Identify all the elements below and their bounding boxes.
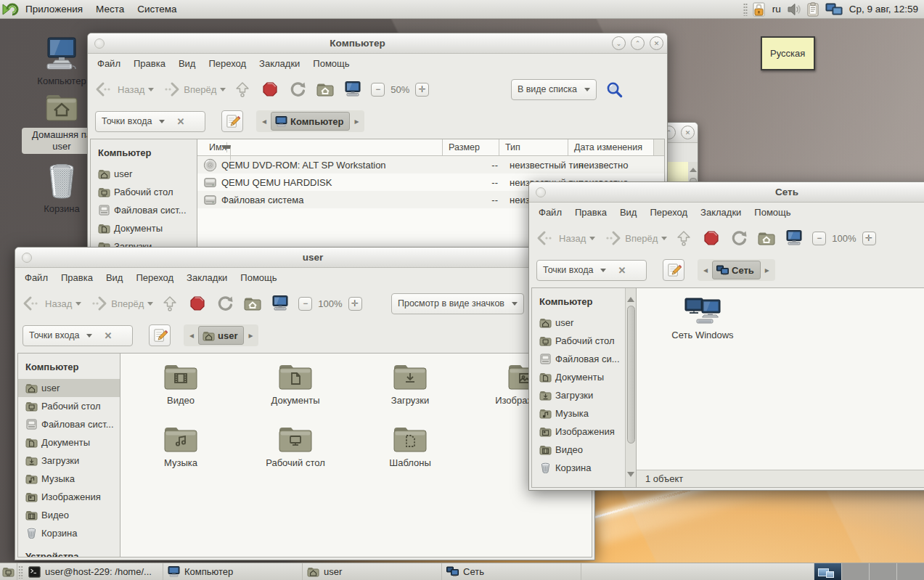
menu-item[interactable]: Вид (172, 54, 203, 73)
zoom-in-button[interactable]: ✛ (348, 297, 362, 311)
sidebar-item[interactable]: user (18, 379, 120, 397)
clock[interactable]: Ср, 9 авг, 12:59 (849, 4, 918, 15)
reload-button[interactable] (216, 294, 234, 313)
file-icon-item[interactable]: Видео (123, 361, 238, 423)
menu-item[interactable]: Файл (532, 203, 568, 221)
sidebar-item[interactable]: Видео (18, 506, 120, 524)
sidebar-item[interactable]: Музыка (532, 404, 625, 422)
sidebar-item[interactable]: Файловая си... (532, 350, 625, 368)
menu-item[interactable]: Помощь (306, 54, 356, 73)
zoom-in-button[interactable]: ✛ (415, 83, 429, 97)
menu-item[interactable]: Помощь (748, 203, 797, 221)
file-icon-item[interactable]: Рабочий стол (238, 423, 353, 486)
view-mode-select[interactable]: Просмотр в виде значков (391, 293, 524, 314)
menu-item[interactable]: Помощь (234, 269, 283, 287)
titlebar[interactable]: Компьютер ⌄ ⌃ ✕ (88, 33, 667, 54)
minimize-button[interactable]: ⌄ (612, 36, 626, 50)
search-button[interactable] (605, 81, 624, 99)
taskbar-window-button[interactable]: user@host-229: /home/... (24, 563, 163, 580)
places-select[interactable]: Точки входа✕ (95, 111, 205, 132)
file-icon-item[interactable]: Документы (238, 361, 353, 423)
zoom-out-button[interactable]: − (371, 83, 385, 97)
menu-logo[interactable] (1, 1, 19, 17)
keyboard-layout-label[interactable]: ru (772, 4, 781, 15)
forward-button[interactable]: Вперёд (89, 295, 153, 312)
breadcrumb-current[interactable]: user (198, 326, 244, 345)
crumb-right-arrow[interactable]: ▸ (350, 112, 363, 131)
menu-item[interactable]: Файл (18, 269, 54, 287)
edit-location-button[interactable] (221, 110, 243, 132)
keyboard-indicator-icon[interactable] (751, 1, 767, 17)
home-button[interactable] (316, 80, 335, 99)
sidebar-item[interactable]: Корзина (532, 459, 625, 477)
up-button[interactable] (674, 229, 693, 248)
zoom-out-button[interactable]: − (812, 232, 826, 245)
forward-button[interactable]: Вперёд (602, 229, 667, 247)
stop-button[interactable] (702, 229, 721, 248)
up-button[interactable] (160, 294, 179, 313)
menu-item[interactable]: Правка (54, 269, 99, 287)
sidebar-item[interactable]: user (91, 165, 197, 183)
titlebar[interactable]: Сеть (529, 182, 924, 203)
menu-applications[interactable]: Приложения (19, 0, 89, 18)
back-button[interactable]: Назад (536, 229, 595, 247)
crumb-right-arrow[interactable]: ▸ (244, 326, 257, 345)
sidebar-item[interactable]: Рабочий стол (18, 397, 120, 415)
network-icon[interactable] (825, 1, 843, 17)
menu-item[interactable]: Файл (91, 54, 127, 73)
file-icon-item[interactable]: Сеть Windows (645, 295, 760, 358)
workspace-cell[interactable] (814, 563, 841, 580)
menu-item[interactable]: Закладки (694, 203, 748, 221)
sidebar-item[interactable]: Файловая сист... (18, 415, 120, 433)
crumb-left-arrow[interactable]: ◂ (699, 261, 712, 279)
show-desktop-button[interactable] (0, 563, 17, 580)
file-row[interactable]: QEMU DVD-ROM: ALT SP Workstation--неизве… (197, 156, 664, 173)
file-icon-item[interactable]: Музыка (123, 423, 238, 486)
menu-item[interactable]: Переход (202, 54, 253, 73)
column-date[interactable]: Дата изменения (568, 139, 654, 155)
edit-location-button[interactable] (663, 259, 684, 281)
back-button[interactable]: Назад (95, 81, 154, 98)
sidebar-item[interactable]: Загрузки (18, 452, 120, 470)
crumb-left-arrow[interactable]: ◂ (185, 326, 198, 345)
stop-button[interactable] (261, 80, 279, 99)
sidebar-item[interactable]: Рабочий стол (91, 183, 197, 201)
reload-button[interactable] (288, 80, 307, 99)
sidebar-item[interactable]: Корзина (18, 524, 120, 542)
sidebar-item[interactable]: Изображения (532, 422, 625, 441)
workspace-cell[interactable] (869, 563, 896, 580)
sidebar-item[interactable]: Рабочий стол (532, 332, 625, 350)
view-mode-select[interactable]: В виде списка (511, 79, 597, 100)
zoom-out-button[interactable]: − (298, 297, 312, 311)
sidebar-item[interactable]: Документы (532, 368, 625, 386)
sidebar-item[interactable]: Загрузки (532, 386, 625, 404)
home-button[interactable] (243, 294, 262, 313)
taskbar-window-button[interactable]: Сеть (442, 563, 581, 580)
column-name[interactable]: Имя (197, 139, 443, 155)
sidebar-item[interactable]: Музыка (18, 470, 120, 488)
clipboard-icon[interactable] (806, 1, 821, 17)
menu-item[interactable]: Переход (129, 269, 180, 287)
home-button[interactable] (757, 229, 776, 248)
forward-button[interactable]: Вперёд (161, 81, 226, 98)
breadcrumb-current[interactable]: Сеть (712, 261, 761, 279)
sidebar-item[interactable]: Файловая сист... (91, 201, 197, 219)
crumb-right-arrow[interactable]: ▸ (761, 261, 774, 279)
stop-button[interactable] (188, 294, 207, 313)
column-type[interactable]: Тип (499, 139, 568, 155)
menu-item[interactable]: Переход (643, 203, 694, 221)
menu-item[interactable]: Закладки (253, 54, 306, 73)
crumb-left-arrow[interactable]: ◂ (258, 112, 271, 131)
sidebar-item[interactable]: Изображения (18, 488, 120, 506)
close-button[interactable]: ✕ (681, 126, 695, 139)
column-size[interactable]: Размер (443, 139, 499, 155)
file-icon-item[interactable]: Шаблоны (353, 423, 467, 486)
taskbar-window-button[interactable]: user (303, 563, 442, 580)
menu-system[interactable]: Система (131, 0, 183, 18)
menu-item[interactable]: Вид (613, 203, 644, 221)
sidebar-item[interactable]: user (532, 314, 625, 332)
sidebar-item[interactable]: Видео (532, 441, 625, 459)
file-icon-item[interactable]: Загрузки (353, 361, 467, 423)
back-button[interactable]: Назад (23, 295, 81, 312)
titlebar[interactable]: user (15, 248, 594, 268)
